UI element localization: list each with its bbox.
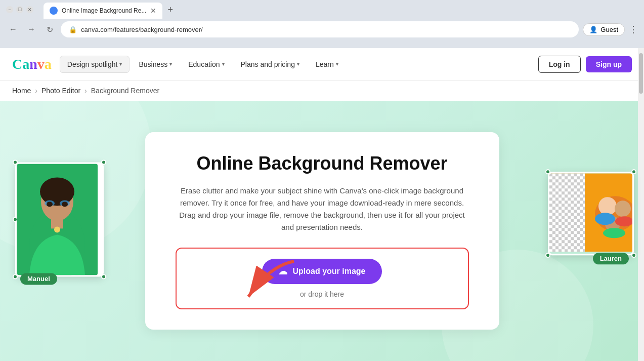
group-photo-container: [548, 172, 634, 256]
hero-title: Online Background Remover: [176, 152, 469, 174]
chevron-down-icon: ▾: [119, 61, 122, 67]
svg-rect-18: [549, 174, 585, 252]
reload-button[interactable]: ↻: [42, 22, 57, 36]
svg-point-4: [40, 177, 74, 206]
chevron-down-icon: ▾: [169, 61, 172, 67]
content-card: Online Background Remover Erase clutter …: [145, 132, 499, 329]
right-frame-label: Lauren: [593, 253, 629, 265]
forward-button[interactable]: →: [24, 22, 38, 36]
maximize-button[interactable]: ☐: [16, 6, 23, 13]
svg-point-23: [595, 213, 615, 225]
svg-point-9: [47, 202, 53, 207]
handle-top-left-right: [545, 170, 550, 175]
breadcrumb-photo-editor[interactable]: Photo Editor: [41, 87, 80, 95]
photo-frame-left: Manuel: [15, 162, 104, 276]
url-bar[interactable]: 🔒 canva.com/features/background-remover/: [61, 21, 579, 37]
window-controls: − ☐ ✕: [6, 6, 33, 13]
nav-actions: Log in Sign up: [538, 56, 632, 73]
signup-button[interactable]: Sign up: [586, 56, 632, 72]
handle-bottom-right-right: [631, 253, 636, 258]
tab-close-button[interactable]: ✕: [150, 7, 156, 15]
chevron-down-icon: ▾: [222, 61, 225, 67]
svg-point-20: [598, 197, 617, 216]
minimize-button[interactable]: −: [6, 6, 13, 13]
red-arrow: [238, 256, 299, 309]
nav-label-learn: Learn: [316, 60, 334, 68]
nav-item-plans[interactable]: Plans and pricing ▾: [234, 56, 307, 72]
profile-button[interactable]: 👤 Guest: [583, 23, 625, 36]
handle-top-right-right: [631, 170, 636, 175]
photo-frame-right: Lauren: [548, 172, 634, 256]
upload-button-label: Upload your image: [292, 267, 365, 276]
svg-point-6: [54, 226, 60, 232]
profile-icon: 👤: [589, 26, 597, 33]
hero-section: Manuel Online Background Remover Erase c…: [0, 101, 644, 361]
nav-item-business[interactable]: Business ▾: [132, 56, 179, 72]
profile-label: Guest: [600, 26, 618, 33]
handle-bottom-left-right: [545, 253, 550, 258]
breadcrumb: Home › Photo Editor › Background Remover: [0, 81, 644, 101]
chevron-down-icon: ▾: [336, 61, 338, 67]
drop-text: or drop it here: [187, 290, 458, 298]
scrollbar-thumb[interactable]: [639, 53, 643, 94]
back-button[interactable]: ←: [6, 22, 20, 36]
browser-menu-button[interactable]: ⋮: [629, 24, 638, 35]
active-tab[interactable]: Online Image Background Re... ✕: [44, 3, 162, 19]
left-frame-label: Manuel: [20, 273, 57, 285]
chevron-down-icon: ▾: [297, 61, 299, 67]
browser-nav: ← → ↻ 🔒 canva.com/features/background-re…: [0, 19, 644, 39]
left-person-image: Manuel: [15, 162, 104, 276]
hero-description: Erase clutter and make your subject shin…: [176, 185, 469, 233]
nav-items: Design spotlight ▾ Business ▾ Education …: [60, 56, 538, 73]
lock-icon: 🔒: [69, 26, 77, 33]
tab-title: Online Image Background Re...: [62, 7, 146, 14]
close-button[interactable]: ✕: [26, 6, 33, 13]
url-text: canva.com/features/background-remover/: [81, 26, 203, 33]
handle-top-right: [101, 159, 106, 165]
upload-area[interactable]: ☁ Upload your image or drop it here: [176, 248, 469, 309]
breadcrumb-current: Background Remover: [91, 87, 159, 95]
login-button[interactable]: Log in: [538, 56, 581, 73]
nav-label-business: Business: [139, 60, 167, 68]
breadcrumb-separator-2: ›: [84, 87, 87, 95]
person-svg-left: [17, 164, 98, 275]
breadcrumb-home[interactable]: Home: [12, 87, 31, 95]
svg-point-24: [615, 217, 633, 227]
browser-titlebar: − ☐ ✕ Online Image Background Re... ✕ +: [0, 0, 644, 19]
person-photo-left: [17, 164, 98, 275]
nav-item-education[interactable]: Education ▾: [181, 56, 231, 72]
nav-item-design-spotlight[interactable]: Design spotlight ▾: [60, 56, 130, 73]
new-tab-button[interactable]: +: [163, 5, 177, 15]
right-person-image: Lauren: [548, 172, 634, 256]
nav-label-education: Education: [188, 60, 220, 68]
canva-logo[interactable]: Canva: [12, 56, 52, 72]
svg-point-25: [603, 228, 625, 238]
browser-chrome: − ☐ ✕ Online Image Background Re... ✕ + …: [0, 0, 644, 48]
scrollbar[interactable]: [638, 48, 644, 361]
nav-label-plans: Plans and pricing: [241, 60, 295, 68]
handle-bottom-right: [101, 274, 106, 279]
breadcrumb-separator-1: ›: [35, 87, 37, 95]
tab-favicon: [50, 7, 58, 15]
tab-bar: Online Image Background Re... ✕ +: [37, 1, 183, 19]
nav-label-design-spotlight: Design spotlight: [67, 60, 118, 68]
nav-item-learn[interactable]: Learn ▾: [309, 56, 346, 72]
arrow-svg: [238, 256, 299, 307]
svg-point-21: [615, 201, 631, 217]
photo-frame-inner-left: [15, 162, 104, 276]
group-photo-svg: [549, 174, 633, 252]
canva-app: Canva Design spotlight ▾ Business ▾ Educ…: [0, 48, 644, 361]
navbar: Canva Design spotlight ▾ Business ▾ Educ…: [0, 48, 644, 81]
svg-point-10: [62, 202, 68, 207]
